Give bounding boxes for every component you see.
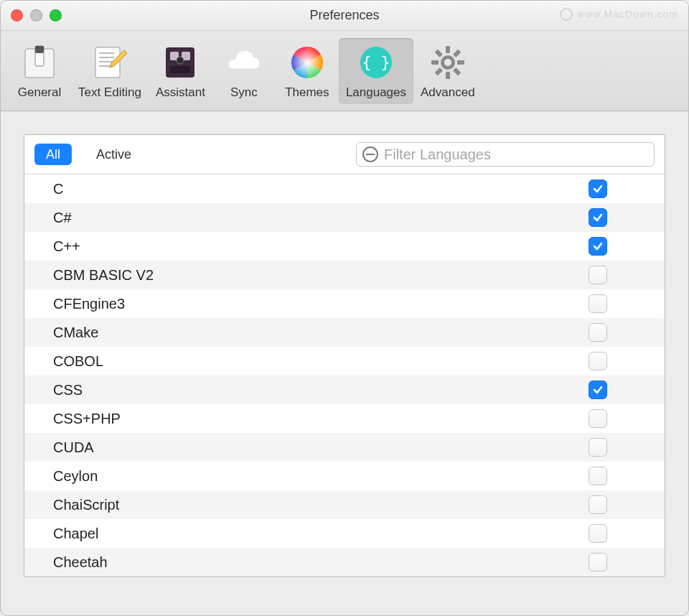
language-checkbox[interactable]: [589, 467, 607, 485]
filter-all-button[interactable]: All: [34, 144, 72, 165]
color-wheel-icon: [289, 44, 326, 81]
tab-label: Sync: [230, 85, 258, 100]
svg-rect-19: [446, 72, 450, 79]
assistant-icon: [161, 44, 199, 81]
language-row: Chapel: [24, 519, 665, 548]
content-area: All Active CC#C++CBM BASIC V2CFEngine3CM…: [1, 111, 688, 600]
language-name: Cheetah: [53, 554, 589, 571]
tab-text-editing[interactable]: Text Editing: [71, 38, 149, 104]
tab-label: Text Editing: [78, 85, 141, 100]
language-checkbox[interactable]: [589, 495, 607, 514]
svg-point-12: [177, 57, 184, 64]
language-checkbox[interactable]: [589, 294, 607, 313]
tab-languages[interactable]: { } Languages: [339, 38, 413, 104]
svg-point-26: [444, 59, 451, 66]
gear-icon: [429, 44, 467, 81]
language-row: CSS+PHP: [24, 404, 665, 433]
language-row: C++: [24, 232, 665, 261]
toolbar: General Text Editing: [1, 31, 688, 111]
svg-rect-24: [434, 49, 442, 57]
tab-sync[interactable]: Sync: [212, 38, 276, 104]
language-name: CFEngine3: [53, 296, 589, 312]
tab-label: Advanced: [421, 85, 475, 100]
filter-input[interactable]: [384, 146, 648, 163]
preferences-window: Preferences ↓ www.MacDown.com General: [0, 0, 689, 616]
language-row: CUDA: [24, 433, 665, 462]
language-row: CSS: [24, 375, 665, 404]
language-checkbox[interactable]: [589, 553, 607, 571]
language-checkbox[interactable]: [589, 438, 607, 457]
language-row: C: [24, 174, 665, 203]
language-checkbox[interactable]: [589, 179, 607, 198]
tab-label: Themes: [285, 85, 329, 100]
braces-icon: { }: [357, 44, 395, 81]
filter-active-button[interactable]: Active: [85, 144, 143, 165]
language-name: COBOL: [53, 353, 589, 370]
language-checkbox[interactable]: [589, 266, 607, 284]
svg-point-14: [291, 47, 323, 78]
tab-advanced[interactable]: Advanced: [413, 38, 482, 104]
language-row: CMake: [24, 318, 665, 347]
svg-rect-22: [453, 49, 461, 57]
svg-rect-21: [457, 60, 464, 65]
language-row: C#: [24, 203, 665, 232]
language-row: Cheetah: [24, 548, 665, 577]
titlebar: Preferences ↓ www.MacDown.com: [1, 1, 688, 31]
watermark-text: www.MacDown.com: [577, 9, 678, 20]
svg-rect-20: [431, 60, 439, 65]
panel-header: All Active: [24, 135, 665, 174]
svg-rect-2: [35, 46, 44, 53]
watermark-icon: ↓: [560, 8, 573, 21]
language-name: C#: [53, 210, 589, 226]
svg-text:{ }: { }: [362, 53, 390, 71]
languages-list: CC#C++CBM BASIC V2CFEngine3CMakeCOBOLCSS…: [24, 174, 665, 577]
language-checkbox[interactable]: [589, 323, 607, 342]
tab-label: Assistant: [156, 85, 205, 100]
switch-icon: [21, 44, 58, 81]
language-name: Ceylon: [53, 468, 589, 485]
language-name: C++: [53, 238, 589, 255]
traffic-lights: [11, 9, 62, 22]
filter-icon: [362, 146, 378, 162]
minimize-button[interactable]: [30, 9, 42, 22]
svg-rect-25: [453, 67, 461, 75]
svg-rect-13: [170, 66, 190, 73]
language-row: CFEngine3: [24, 289, 665, 318]
language-row: COBOL: [24, 347, 665, 375]
language-row: Ceylon: [24, 462, 665, 490]
language-name: CUDA: [53, 439, 589, 456]
language-row: ChaiScript: [24, 490, 665, 519]
language-name: CSS: [53, 382, 589, 398]
tab-general[interactable]: General: [8, 38, 71, 104]
filter-field[interactable]: [356, 142, 655, 167]
zoom-button[interactable]: [50, 9, 62, 22]
close-button[interactable]: [11, 9, 23, 22]
language-checkbox[interactable]: [589, 381, 607, 399]
language-checkbox[interactable]: [589, 237, 607, 256]
language-name: CBM BASIC V2: [53, 267, 589, 284]
language-checkbox[interactable]: [589, 524, 607, 543]
cloud-icon: [225, 44, 263, 81]
tab-themes[interactable]: Themes: [276, 38, 339, 104]
language-checkbox[interactable]: [589, 208, 607, 227]
tab-label: Languages: [346, 85, 406, 100]
language-name: CSS+PHP: [53, 411, 589, 427]
tab-assistant[interactable]: Assistant: [149, 38, 212, 104]
language-checkbox[interactable]: [589, 409, 607, 428]
language-checkbox[interactable]: [589, 352, 607, 370]
language-name: ChaiScript: [53, 497, 589, 513]
watermark: ↓ www.MacDown.com: [560, 8, 678, 21]
tab-label: General: [18, 85, 61, 100]
language-name: CMake: [53, 325, 589, 341]
window-title: Preferences: [309, 8, 379, 23]
language-name: Chapel: [53, 526, 589, 542]
language-name: C: [53, 181, 589, 197]
svg-rect-23: [434, 67, 442, 75]
document-pencil-icon: [91, 44, 128, 81]
language-row: CBM BASIC V2: [24, 261, 665, 289]
languages-panel: All Active CC#C++CBM BASIC V2CFEngine3CM…: [24, 134, 665, 577]
svg-rect-18: [446, 46, 450, 53]
